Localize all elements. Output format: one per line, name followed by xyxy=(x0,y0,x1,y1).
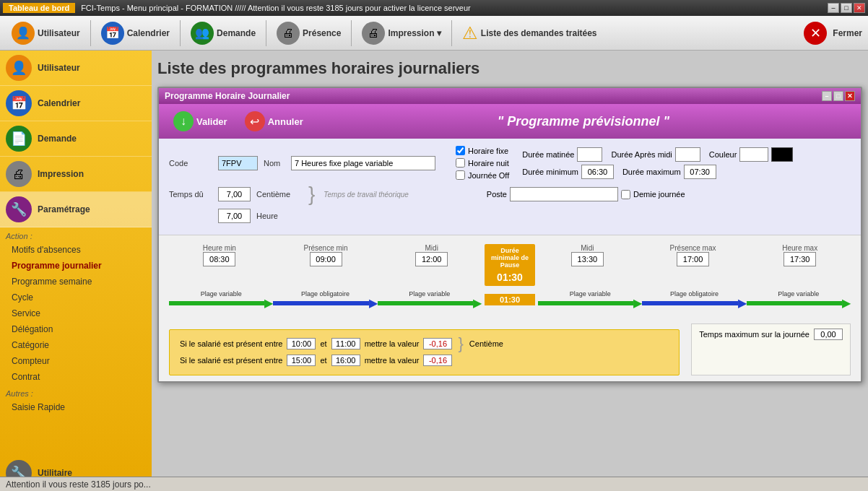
sidebar-item-parametrage[interactable]: 🔧 Paramétrage xyxy=(0,192,152,227)
cond-2-time1[interactable] xyxy=(287,355,316,366)
pause-label: Durée minimale de Pause xyxy=(489,247,531,269)
seg-6-label: Plage variable xyxy=(778,290,819,297)
timeline-times-top: Heure min Présence min Midi xyxy=(169,244,482,266)
presence-icon: 🖨 xyxy=(277,22,300,45)
dialog-maximize-button[interactable]: □ xyxy=(833,91,843,101)
cond-2-time2[interactable] xyxy=(331,355,360,366)
nav-calendrier-label: Calendrier xyxy=(127,28,170,38)
sidebar-link-service[interactable]: Service xyxy=(0,305,152,321)
duree-apres-input[interactable] xyxy=(675,147,700,162)
code-input[interactable] xyxy=(218,156,258,170)
temps-travail-label: Temps de travail théorique xyxy=(324,191,408,199)
midi2-col: Midi xyxy=(571,244,604,266)
annuler-button[interactable]: ↩ Annuler xyxy=(239,108,309,134)
nav-sep-4 xyxy=(351,20,352,46)
horaire-nuit-check[interactable]: Horaire nuit xyxy=(456,158,509,168)
conditions-wrapper: Si le salarié est présent entre et mettr… xyxy=(159,318,861,381)
seg-2: Plage obligatoire ▶ xyxy=(273,290,377,309)
sidebar-link-motifs[interactable]: Motifs d'absences xyxy=(0,242,152,258)
temps-du-row: Temps dû Centième } Temps de travail thé… xyxy=(169,184,851,204)
sidebar-item-calendrier[interactable]: 📅 Calendrier xyxy=(0,86,152,121)
sidebar-impression-label: Impression xyxy=(38,169,84,179)
minimize-button[interactable]: – xyxy=(828,3,839,13)
seg-2-bar xyxy=(273,301,368,305)
duree-min-label: Durée minimum xyxy=(522,168,578,176)
heure-min-input[interactable] xyxy=(203,252,235,266)
temps-du-input-2[interactable] xyxy=(218,209,251,223)
seg-4-arrowhead: ▶ xyxy=(633,297,642,309)
seg-3-arrow: ▶ xyxy=(378,297,482,309)
duree-max-label: Durée maximum xyxy=(622,168,681,176)
journee-off-checkbox[interactable] xyxy=(456,170,465,180)
temps-max-input[interactable] xyxy=(814,329,843,340)
sidebar-link-delegation[interactable]: Délégation xyxy=(0,321,152,337)
sidebar-link-cycle[interactable]: Cycle xyxy=(0,290,152,305)
horaire-fixe-checkbox[interactable] xyxy=(456,146,465,155)
presence-max-input[interactable] xyxy=(677,252,709,266)
presence-min-input[interactable] xyxy=(310,252,342,266)
calendrier-icon: 📅 xyxy=(101,22,124,45)
sidebar-link-programme-journalier[interactable]: Programme journalier xyxy=(0,258,152,274)
sidebar-link-programme-semaine[interactable]: Programme semaine xyxy=(0,274,152,290)
title-bar-text: FCI-Temps - Menu principal - FORMATION /… xyxy=(81,4,471,12)
journee-off-check[interactable]: Journée Off xyxy=(456,170,509,180)
presence-min-label: Présence min xyxy=(303,244,347,252)
duree-min-input[interactable] xyxy=(581,165,614,179)
temps-du-input-1[interactable] xyxy=(218,187,251,201)
demie-journee-label: Demie journée xyxy=(633,190,685,199)
close-window-button[interactable]: ✕ xyxy=(854,3,865,13)
sidebar-item-demande[interactable]: 📄 Demande xyxy=(0,121,152,157)
couleur-input[interactable] xyxy=(739,147,768,162)
nom-input[interactable] xyxy=(291,156,435,170)
dialog-toolbar: ↓ Valider ↩ Annuler " Programme prévisio… xyxy=(159,104,861,139)
temps-du-row-2: Heure xyxy=(169,209,851,223)
nav-utilisateur[interactable]: 👤 Utilisateur xyxy=(6,19,86,48)
cond-2-value[interactable] xyxy=(423,355,452,366)
sidebar-parametrage-icon: 🔧 xyxy=(6,196,32,222)
sidebar-link-categorie[interactable]: Catégorie xyxy=(0,337,152,353)
form-area: Code Nom Horaire fixe Horaire nuit xyxy=(159,139,861,235)
midi2-input[interactable] xyxy=(571,252,604,266)
pause-timeline: 01:30 xyxy=(485,294,535,305)
valider-button[interactable]: ↓ Valider xyxy=(168,108,233,134)
close-app-button[interactable]: ✕ xyxy=(804,22,827,45)
maximize-button[interactable]: □ xyxy=(841,3,852,13)
seg-4-arrow: ▶ xyxy=(538,297,642,309)
cond-1-time1[interactable] xyxy=(287,338,316,349)
conditions-area: Si le salarié est présent entre et mettr… xyxy=(169,329,680,375)
dialog-minimize-button[interactable]: – xyxy=(822,91,832,101)
cond-1-value[interactable] xyxy=(423,338,452,349)
programme-dialog: Programme Horaire Journalier – □ ✕ ↓ Val… xyxy=(157,87,862,383)
top-nav: 👤 Utilisateur 📅 Calendrier 👥 Demande 🖨 P… xyxy=(0,16,868,51)
sidebar-link-compteur[interactable]: Compteur xyxy=(0,353,152,369)
dialog-close-button[interactable]: ✕ xyxy=(845,91,855,101)
poste-input[interactable] xyxy=(510,187,618,201)
cond-2-text1: Si le salarié est présent entre xyxy=(180,356,282,365)
heure-min-col: Heure min xyxy=(203,244,236,266)
timeline-left: Heure min Présence min Midi xyxy=(169,244,482,268)
horaire-fixe-check[interactable]: Horaire fixe xyxy=(456,146,509,155)
nav-impression[interactable]: 🖨 Impression ▾ xyxy=(356,19,446,48)
nav-liste[interactable]: ⚠ Liste des demandes traitées xyxy=(456,20,603,46)
midi1-input[interactable] xyxy=(415,252,448,266)
duree-matinee-input[interactable] xyxy=(577,147,602,162)
heure-max-input[interactable] xyxy=(784,252,816,266)
sidebar-item-utilisateur[interactable]: 👤 Utilisateur xyxy=(0,51,152,86)
seg-5-arrow: ▶ xyxy=(642,297,746,309)
duree-max-input[interactable] xyxy=(684,165,716,179)
nav-calendrier[interactable]: 📅 Calendrier xyxy=(95,19,175,48)
sidebar-link-saisie-rapide[interactable]: Saisie Rapide xyxy=(0,399,152,415)
seg-5-arrowhead: ▶ xyxy=(738,297,747,309)
cond-1-time2[interactable] xyxy=(331,338,360,349)
sidebar-item-impression[interactable]: 🖨 Impression xyxy=(0,157,152,192)
timeline-times-right: Midi Présence max Heure max xyxy=(538,244,851,266)
demie-journee-checkbox[interactable] xyxy=(621,190,630,199)
code-nom-row: Code Nom Horaire fixe Horaire nuit xyxy=(169,146,851,180)
presence-max-label: Présence max xyxy=(670,244,716,252)
nav-demande[interactable]: 👥 Demande xyxy=(185,19,261,48)
nav-presence[interactable]: 🖨 Présence xyxy=(271,19,347,48)
sidebar: 👤 Utilisateur 📅 Calendrier 📄 Demande 🖨 I… xyxy=(0,51,152,491)
tableau-de-bord-button[interactable]: Tableau de bord xyxy=(3,3,75,13)
sidebar-link-contrat[interactable]: Contrat xyxy=(0,369,152,385)
horaire-nuit-checkbox[interactable] xyxy=(456,158,465,168)
